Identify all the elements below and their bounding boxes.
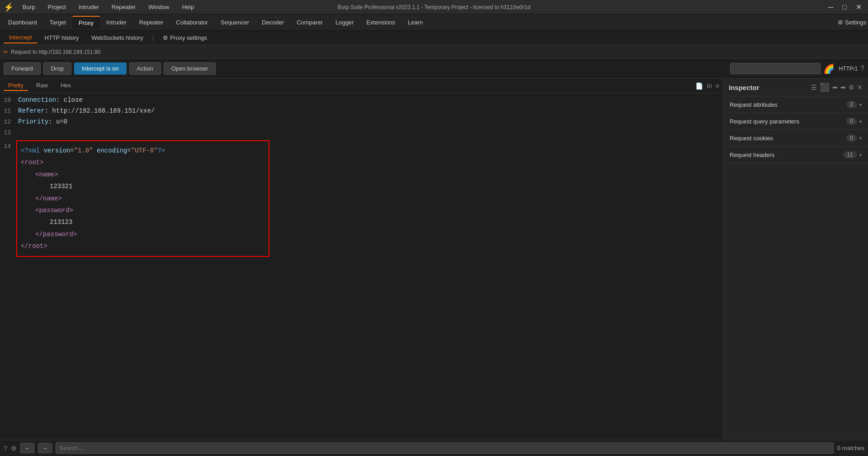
settings-button[interactable]: ⚙ Settings	[838, 19, 866, 26]
drop-button[interactable]: Drop	[43, 62, 71, 75]
inspector-label-headers: Request headers	[730, 152, 774, 158]
inspector-section-cookies: Request cookies 0 ▾	[723, 130, 868, 147]
minimize-button[interactable]: ─	[826, 2, 836, 12]
settings-label: Settings	[845, 19, 866, 26]
http1-label: HTTP/1	[839, 66, 858, 72]
tab-collaborator[interactable]: Collaborator	[170, 16, 214, 28]
align-right-icon[interactable]: ➡	[840, 84, 846, 91]
inspector-section-attributes: Request attributes 2 ▾	[723, 96, 868, 113]
main-content: Pretty Raw Hex 📄 In ≡ 10 Connection: clo…	[0, 79, 868, 440]
inspector-panel: Inspector ☰ ⬛ ⬅ ➡ ⚙ ✕ Request attributes…	[723, 79, 868, 440]
indent-icon[interactable]: In	[707, 82, 712, 90]
toolbar: Forward Drop Intercept is on Action Open…	[0, 59, 868, 79]
inspector-header-icons: ☰ ⬛ ⬅ ➡ ⚙ ✕	[811, 82, 863, 92]
menu-help[interactable]: Help	[178, 2, 198, 12]
proxy-settings-label: Proxy settings	[170, 34, 207, 41]
inspector-row-query[interactable]: Request query parameters 0 ▾	[723, 113, 868, 129]
tab-intruder[interactable]: Intruder	[100, 16, 133, 28]
menu-project[interactable]: Project	[44, 2, 69, 12]
xml-highlighted-block: <?xml version="1.0" encoding="UTF-8"?> <…	[16, 140, 269, 257]
editor-tabbar: Pretty Raw Hex 📄 In ≡	[0, 79, 723, 93]
xml-root-close: </root>	[21, 240, 265, 252]
chevron-cookies-icon: ▾	[859, 136, 862, 141]
list-view-icon[interactable]: ☰	[811, 84, 817, 91]
titlebar: ⚡ Burp Project Intruder Repeater Window …	[0, 0, 868, 14]
tab-logger[interactable]: Logger	[329, 16, 360, 28]
search-box[interactable]	[730, 63, 821, 74]
tab-target[interactable]: Target	[43, 16, 72, 28]
main-tabbar: Dashboard Target Proxy Intruder Repeater…	[0, 14, 868, 31]
tab-repeater[interactable]: Repeater	[133, 16, 170, 28]
intercept-button[interactable]: Intercept is on	[74, 62, 127, 75]
subtab-proxy-settings[interactable]: ⚙ Proxy settings	[157, 33, 212, 43]
inspector-row-headers[interactable]: Request headers 11 ▾	[723, 147, 868, 163]
code-line-11: 11 Referer: http://192.168.189.151/xxe/	[0, 106, 723, 117]
editor-tab-raw[interactable]: Raw	[32, 81, 52, 91]
open-browser-button[interactable]: Open browser	[164, 62, 216, 75]
proxy-subtabbar: Intercept HTTP history WebSockets histor…	[0, 31, 868, 45]
matches-count: 0 matches	[837, 445, 864, 451]
request-url: Request to http://192.168.189.151:80	[11, 49, 100, 55]
menu-window[interactable]: Window	[145, 2, 173, 12]
close-button[interactable]: ✕	[853, 2, 864, 12]
editor-panel: Pretty Raw Hex 📄 In ≡ 10 Connection: clo…	[0, 79, 723, 440]
inspector-badge-cookies: 0	[846, 134, 857, 142]
tab-learn[interactable]: Learn	[401, 16, 429, 28]
align-left-icon[interactable]: ⬅	[832, 84, 838, 91]
search-input[interactable]	[56, 442, 834, 454]
code-line-12: 12 Priority: u=0	[0, 117, 723, 128]
inspector-label-query: Request query parameters	[730, 118, 799, 125]
tab-sequencer[interactable]: Sequencer	[214, 16, 255, 28]
chevron-headers-icon: ▾	[859, 152, 862, 157]
inspector-row-attributes[interactable]: Request attributes 2 ▾	[723, 96, 868, 113]
tab-dashboard[interactable]: Dashboard	[2, 16, 43, 28]
help-bottom-icon[interactable]: ?	[4, 445, 7, 452]
forward-button[interactable]: Forward	[4, 62, 41, 75]
menu-icon[interactable]: ≡	[716, 82, 719, 90]
inspector-settings-icon[interactable]: ⚙	[849, 84, 854, 91]
inspector-close-icon[interactable]: ✕	[857, 84, 863, 91]
settings-icon: ⚙	[838, 19, 843, 26]
window-title: Burp Suite Professional v2023.1.1 - Temp…	[338, 4, 531, 10]
inspector-section-query: Request query parameters 0 ▾	[723, 113, 868, 130]
menu-burp[interactable]: Burp	[19, 2, 38, 12]
tab-decoder[interactable]: Decoder	[255, 16, 290, 28]
titlebar-left: ⚡ Burp Project Intruder Repeater Window …	[4, 2, 198, 12]
chevron-attributes-icon: ▾	[859, 102, 862, 107]
document-icon[interactable]: 📄	[695, 82, 703, 90]
inspector-row-cookies[interactable]: Request cookies 0 ▾	[723, 130, 868, 146]
tab-proxy[interactable]: Proxy	[72, 16, 100, 29]
menu-repeater[interactable]: Repeater	[108, 2, 139, 12]
xml-name-close: </name>	[21, 193, 265, 204]
subtab-http-history[interactable]: HTTP history	[39, 33, 85, 43]
subtab-separator: |	[151, 34, 156, 41]
maximize-button[interactable]: □	[840, 2, 849, 12]
code-line-13: 13	[0, 128, 723, 138]
inspector-badge-attributes: 2	[846, 101, 857, 108]
tab-extensions[interactable]: Extensions	[360, 16, 401, 28]
editor-tab-hex[interactable]: Hex	[56, 81, 75, 91]
xml-name-value: 123321	[21, 180, 265, 192]
subtab-websockets-history[interactable]: WebSockets history	[86, 33, 149, 43]
subtab-intercept[interactable]: Intercept	[4, 32, 38, 43]
xml-password-value: 213123	[21, 216, 265, 228]
proxy-settings-icon: ⚙	[163, 34, 168, 41]
code-editor[interactable]: 10 Connection: close 11 Referer: http://…	[0, 93, 723, 440]
window-controls: ─ □ ✕	[826, 2, 864, 12]
next-button[interactable]: →	[38, 443, 52, 453]
action-button[interactable]: Action	[129, 62, 161, 75]
tab-comparer[interactable]: Comparer	[290, 16, 329, 28]
xml-name-open: <name>	[21, 169, 265, 180]
editor-tab-pretty[interactable]: Pretty	[4, 81, 28, 91]
table-view-icon[interactable]: ⬛	[820, 82, 830, 92]
inspector-section-headers: Request headers 11 ▾	[723, 147, 868, 163]
inspector-label-attributes: Request attributes	[730, 101, 778, 108]
xml-password-close: </password>	[21, 228, 265, 240]
code-line-10: 10 Connection: close	[0, 95, 723, 106]
prev-button[interactable]: ←	[20, 443, 34, 453]
help-icon[interactable]: ?	[860, 65, 864, 73]
menu-intruder[interactable]: Intruder	[75, 2, 103, 12]
settings-bottom-icon[interactable]: ⚙	[11, 445, 17, 452]
request-bar: ✏ Request to http://192.168.189.151:80	[0, 45, 868, 59]
colorful-logo-icon: 🌈	[823, 63, 835, 74]
